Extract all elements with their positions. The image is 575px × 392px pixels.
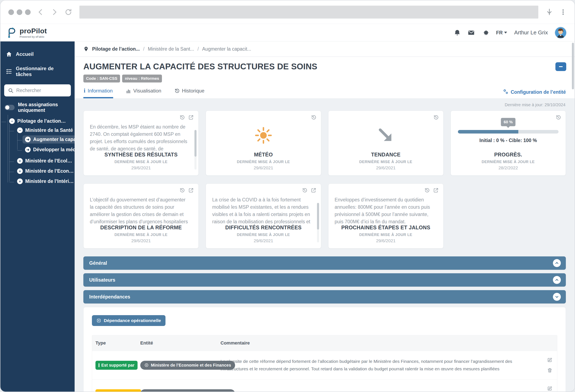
- influenced-by-badge: Est influencé par: [96, 389, 141, 392]
- user-avatar[interactable]: [555, 27, 566, 38]
- section-interdependances[interactable]: Interdépendances: [83, 290, 566, 303]
- add-dependency-button[interactable]: Dépendance opérationnelle: [92, 315, 166, 326]
- app-title: proPilot: [20, 27, 47, 34]
- history-icon[interactable]: [555, 115, 561, 120]
- card-text: La crise de la COVID a à la fois forteme…: [212, 196, 314, 225]
- main-area: Pilotage de l’action... / Ministère de l…: [75, 42, 575, 392]
- card-title: SYNTHÈSE DES RÉSULTATS: [90, 152, 192, 158]
- target-icon: [144, 391, 149, 392]
- breadcrumb-item[interactable]: Pilotage de l’action...: [92, 46, 140, 52]
- assignments-toggle[interactable]: Mes assignations uniquement: [0, 98, 75, 114]
- history-icon[interactable]: [311, 115, 316, 120]
- supported-by-badge: Est supporté par: [96, 361, 138, 370]
- progress-tooltip: 60 %: [501, 118, 515, 126]
- tree-node-augmenter-capacite[interactable]: ➜Augmenter la capacité de...: [23, 135, 75, 143]
- search-input[interactable]: [4, 84, 71, 96]
- entity-configuration-link[interactable]: Configuration de l’entité: [503, 89, 566, 98]
- trend-down-right-icon: [376, 126, 395, 145]
- notifications-bell-icon[interactable]: [454, 29, 461, 36]
- external-link-icon[interactable]: [188, 115, 194, 120]
- scrollbar[interactable]: [572, 43, 574, 89]
- section-general[interactable]: Général: [83, 256, 566, 270]
- browser-menu-icon[interactable]: [560, 9, 567, 16]
- dependencies-table: Type Entité Commentaire Est supporté par…: [92, 335, 557, 392]
- breadcrumb-item[interactable]: Augmenter la capacit...: [202, 46, 251, 52]
- sidebar-item-gestionnaire-taches[interactable]: Gestionnaire de tâches: [0, 61, 75, 81]
- column-header-type: Type: [92, 335, 137, 351]
- chevron-up-icon[interactable]: [553, 259, 561, 267]
- tree-node-ministere-interieur[interactable]: +Ministère de l’Intérieur: [15, 177, 75, 185]
- leaf-arrow-icon: ➜: [25, 147, 31, 152]
- dependency-icon: [96, 318, 101, 323]
- expand-plus-icon: +: [17, 168, 23, 174]
- breadcrumb-item[interactable]: Ministère de la Sant...: [148, 46, 194, 52]
- refresh-icon[interactable]: [64, 8, 72, 16]
- external-link-icon[interactable]: [311, 187, 316, 193]
- page-title: AUGMENTER LA CAPACITÉ DES STRUCTURES DE …: [83, 62, 566, 71]
- title-section: AUGMENTER LA CAPACITÉ DES STRUCTURES DE …: [75, 57, 575, 98]
- app-logo[interactable]: proPilot Powered by eFakto: [6, 27, 47, 38]
- table-row: Est influencé par Ministère de l’Economi…: [92, 379, 557, 392]
- home-icon: [6, 51, 12, 57]
- tree-node-ministere-sante[interactable]: −Ministère de la Santé: [15, 126, 75, 134]
- card-date: 29/6/2021: [335, 165, 437, 170]
- location-pin-icon: [83, 46, 89, 52]
- trash-icon[interactable]: [547, 368, 552, 373]
- address-bar[interactable]: [79, 6, 538, 19]
- collapse-minus-icon: −: [9, 118, 15, 124]
- tree-node-ministere-economie[interactable]: +Ministère de l’Economie et d...: [15, 167, 75, 175]
- task-list-icon: [6, 68, 12, 75]
- collapse-panel-button[interactable]: [555, 62, 566, 71]
- history-icon[interactable]: [433, 115, 439, 120]
- collapse-minus-icon: −: [17, 127, 23, 133]
- edit-icon[interactable]: [547, 357, 552, 363]
- card-text: En décembre, les MSP étaient au nombre d…: [90, 123, 192, 152]
- download-icon[interactable]: [545, 8, 553, 16]
- sidebar: Accueil Gestionnaire de tâches Mes assig…: [0, 42, 75, 392]
- history-icon[interactable]: [179, 115, 185, 120]
- card-difficultes: La crise de la COVID a à la fois forteme…: [206, 184, 321, 249]
- card-synthese-resultats: En décembre, les MSP étaient au nombre d…: [83, 111, 199, 176]
- card-date: 29/6/2021: [90, 238, 192, 243]
- toggle-switch[interactable]: [5, 105, 15, 110]
- window-controls[interactable]: [8, 9, 31, 15]
- section-utilisateurs[interactable]: Utilisateurs: [83, 273, 566, 287]
- app-subtitle: Powered by eFakto: [20, 35, 47, 38]
- history-icon[interactable]: [424, 187, 430, 193]
- card-title: TENDANCE: [335, 152, 437, 158]
- progress-range: Initial : 0 % - Cible: 100 %: [458, 138, 558, 143]
- interdependances-panel: Dépendance opérationnelle Type Entité Co…: [83, 307, 566, 392]
- dependency-comment: Le ministère de l’économie doit revoir l…: [217, 384, 543, 392]
- tab-information[interactable]: iInformation: [83, 88, 113, 98]
- chevron-up-icon[interactable]: [553, 276, 561, 284]
- tab-historique[interactable]: Historique: [174, 88, 205, 98]
- messages-envelope-icon[interactable]: [468, 29, 475, 36]
- card-scrollbar[interactable]: [317, 203, 319, 230]
- forward-button-icon[interactable]: [51, 8, 58, 16]
- tab-visualisation[interactable]: Visualisation: [125, 88, 162, 98]
- column-header-commentaire: Commentaire: [217, 335, 543, 351]
- minus-icon: [559, 66, 563, 67]
- card-scrollbar[interactable]: [194, 130, 196, 157]
- external-link-icon[interactable]: [433, 187, 439, 193]
- browser-window: proPilot Powered by eFakto FR Arthur Le …: [0, 0, 575, 392]
- tree-node-developper-medecine[interactable]: ➜Développer la médecine d...: [23, 146, 75, 154]
- language-selector[interactable]: FR: [496, 30, 507, 36]
- toggle-label: Mes assignations uniquement: [18, 102, 71, 113]
- user-name[interactable]: Arthur Le Grix: [514, 29, 548, 36]
- card-title: PROCHAINES ÉTAPES ET JALONS: [335, 225, 437, 231]
- support-bar-icon: [98, 363, 99, 367]
- settings-gear-icon[interactable]: [482, 29, 489, 36]
- chevron-down-icon[interactable]: [553, 293, 561, 301]
- external-link-icon[interactable]: [188, 187, 194, 193]
- card-meteo: MÉTÉO DERNIÈRE MISE À JOUR LE 29/6/2021: [206, 111, 321, 176]
- tree-node-pilotage[interactable]: −Pilotage de l’action publique pa...: [7, 117, 69, 125]
- back-button-icon[interactable]: [37, 8, 44, 16]
- edit-icon[interactable]: [547, 386, 552, 391]
- code-badge: Code : SAN-CSS: [83, 75, 120, 83]
- history-icon[interactable]: [179, 187, 185, 193]
- history-icon[interactable]: [302, 187, 307, 193]
- last-updated-text: Dernière mise à jour: 29/10/2024: [84, 102, 565, 107]
- tree-node-ministere-ecologie[interactable]: +Ministère de l’Ecologie: [15, 157, 75, 165]
- sidebar-item-accueil[interactable]: Accueil: [0, 47, 75, 61]
